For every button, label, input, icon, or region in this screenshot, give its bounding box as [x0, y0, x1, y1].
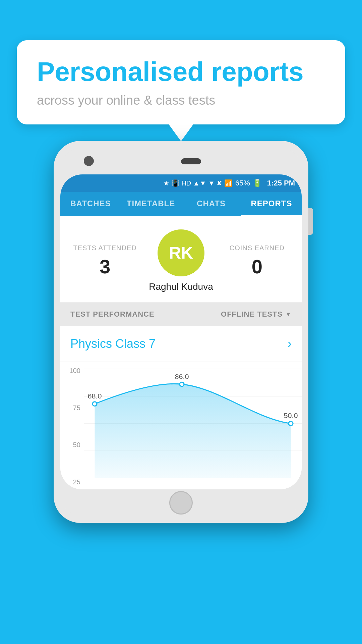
speech-bubble: Personalised reports across your online …	[17, 40, 345, 124]
y-label-25: 25	[64, 478, 80, 486]
y-label-75: 75	[64, 404, 80, 412]
point-label-2: 86.0	[175, 373, 189, 381]
status-time: 1:25 PM	[267, 179, 295, 187]
point-label-1: 68.0	[87, 392, 102, 400]
tab-reports[interactable]: REPORTS	[241, 192, 302, 216]
point-label-3: 50.0	[284, 412, 298, 420]
y-label-50: 50	[64, 441, 80, 449]
data-point-2	[180, 382, 184, 386]
phone-bottom-bezel	[60, 489, 302, 516]
bubble-title: Personalised reports	[37, 57, 325, 87]
status-icons: ★ 📳 HD ▲▼ ▼ ✘ 📶	[163, 179, 233, 187]
screen-content: TESTS ATTENDED 3 RK Raghul Kuduva COINS …	[60, 216, 302, 489]
tests-attended-value: 3	[70, 255, 139, 278]
avatar-initials: RK	[169, 243, 193, 263]
bubble-subtitle: across your online & class tests	[37, 93, 325, 108]
tab-chats[interactable]: CHATS	[181, 192, 241, 216]
class-name: Physics Class 7	[70, 337, 156, 351]
avatar: RK	[158, 229, 204, 276]
chart-fill-area	[95, 384, 291, 478]
phone-outer: ★ 📳 HD ▲▼ ▼ ✘ 📶 65% 🔋 1:25 PM BATCHES TI…	[54, 141, 308, 523]
offline-tests-label: OFFLINE TESTS	[221, 310, 283, 319]
tests-attended-label: TESTS ATTENDED	[70, 244, 139, 252]
chart-svg: 68.0 86.0 50.0	[84, 362, 302, 489]
y-label-100: 100	[64, 367, 80, 375]
user-name: Raghul Kuduva	[149, 281, 213, 292]
power-button	[308, 208, 313, 235]
tab-batches[interactable]: BATCHES	[60, 192, 121, 216]
data-point-3	[289, 421, 293, 426]
status-bar: ★ 📳 HD ▲▼ ▼ ✘ 📶 65% 🔋 1:25 PM	[60, 174, 302, 192]
chevron-right-icon: ›	[288, 337, 292, 351]
user-section: TESTS ATTENDED 3 RK Raghul Kuduva COINS …	[60, 216, 302, 303]
chart-svg-container: 68.0 86.0 50.0	[84, 362, 302, 489]
tab-timetable[interactable]: TIMETABLE	[121, 192, 181, 216]
performance-section-header: TEST PERFORMANCE OFFLINE TESTS ▼	[60, 303, 302, 326]
phone-top-bezel	[60, 148, 302, 174]
tests-attended-block: TESTS ATTENDED 3	[70, 244, 139, 278]
class-row[interactable]: Physics Class 7 ›	[60, 326, 302, 362]
home-sensor	[181, 158, 201, 164]
battery-icon: 🔋	[253, 179, 262, 187]
camera-icon	[84, 156, 94, 166]
coins-earned-value: 0	[223, 255, 292, 278]
chevron-down-icon: ▼	[285, 311, 292, 318]
performance-chart: 100 75 50 25	[60, 362, 302, 489]
home-button[interactable]	[169, 491, 193, 515]
test-performance-label: TEST PERFORMANCE	[70, 310, 155, 319]
coins-earned-block: COINS EARNED 0	[223, 244, 292, 278]
nav-tabs: BATCHES TIMETABLE CHATS REPORTS	[60, 192, 302, 216]
phone-screen: ★ 📳 HD ▲▼ ▼ ✘ 📶 65% 🔋 1:25 PM BATCHES TI…	[60, 174, 302, 489]
offline-tests-dropdown[interactable]: OFFLINE TESTS ▼	[221, 310, 292, 319]
data-point-1	[93, 402, 97, 406]
phone-mockup: ★ 📳 HD ▲▼ ▼ ✘ 📶 65% 🔋 1:25 PM BATCHES TI…	[54, 141, 308, 523]
avatar-block: RK Raghul Kuduva	[139, 229, 223, 292]
chart-y-axis: 100 75 50 25	[60, 362, 84, 489]
coins-earned-label: COINS EARNED	[223, 244, 292, 252]
battery-indicator: 65%	[235, 179, 250, 187]
